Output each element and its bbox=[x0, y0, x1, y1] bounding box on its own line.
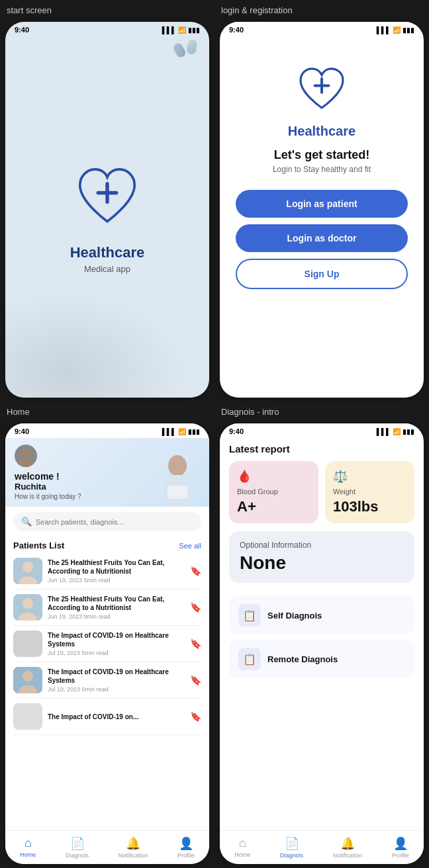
signal-icon: ▌▌▌ bbox=[162, 26, 176, 34]
start-screen-quadrant: start screen 9:40 ▌▌▌ 📶 ▮▮▮ Healthcare M… bbox=[0, 0, 215, 402]
bookmark-outline-icon[interactable]: 🔖 bbox=[190, 711, 201, 722]
profile-nav-icon: 👤 bbox=[179, 836, 193, 851]
list-item: The Impact of COVID-19 on... 🔖 bbox=[13, 699, 201, 735]
battery-icon: ▮▮▮ bbox=[188, 428, 200, 435]
nav-profile[interactable]: 👤 Profile bbox=[392, 836, 409, 859]
self-diagnois-item[interactable]: 📋 Self Diagnois bbox=[229, 596, 414, 634]
home-status-time: 9:40 bbox=[15, 427, 29, 435]
home-nav-icon: ⌂ bbox=[24, 836, 32, 850]
diagnois-status-time: 9:40 bbox=[229, 427, 244, 435]
diagnois-nav-icon: 📄 bbox=[70, 836, 85, 851]
login-status-time: 9:40 bbox=[229, 26, 244, 34]
nav-profile-label: Profile bbox=[392, 852, 409, 859]
nav-home[interactable]: ⌂ Home bbox=[20, 836, 36, 859]
home-bottom-nav: ⌂ Home 📄 Diagnois 🔔 Notification 👤 Profi… bbox=[5, 830, 209, 864]
diagnois-screen-phone: 9:40 ▌▌▌ 📶 ▮▮▮ Latest report 🩸 Blood Gro… bbox=[220, 423, 424, 864]
start-heart-logo bbox=[71, 161, 144, 234]
list-item: The Impact of COVID-19 on Healthcare Sys… bbox=[13, 662, 201, 699]
nav-notification[interactable]: 🔔 Notification bbox=[333, 836, 363, 859]
diagnois-screen-label: Diagnois - intro bbox=[215, 402, 429, 419]
start-status-bar: 9:40 ▌▌▌ 📶 ▮▮▮ bbox=[5, 22, 209, 36]
patient-name: The 25 Healthiest Fruits You Can Eat, Ac… bbox=[48, 595, 185, 612]
nav-notification[interactable]: 🔔 Notification bbox=[119, 836, 148, 859]
weight-value: 103lbs bbox=[333, 498, 406, 515]
patient-name: The Impact of COVID-19 on Healthcare Sys… bbox=[48, 668, 185, 685]
signal-icon: ▌▌▌ bbox=[162, 428, 176, 435]
weight-card: ⚖️ Weight 103lbs bbox=[325, 461, 414, 523]
search-input[interactable] bbox=[36, 518, 193, 526]
signup-button[interactable]: Sign Up bbox=[236, 259, 408, 289]
signal-icon: ▌▌▌ bbox=[377, 26, 391, 34]
wifi-icon: 📶 bbox=[178, 428, 186, 435]
home-screen-label: Home bbox=[0, 402, 215, 419]
svg-rect-8 bbox=[167, 486, 187, 499]
diagnois-screen-quadrant: Diagnois - intro 9:40 ▌▌▌ 📶 ▮▮▮ Latest r… bbox=[215, 402, 429, 868]
patient-info: The Impact of COVID-19 on Healthcare Sys… bbox=[48, 668, 185, 693]
signal-icon: ▌▌▌ bbox=[377, 428, 391, 435]
optional-value: None bbox=[240, 552, 404, 574]
patient-meta: Jul 10, 2023 5min read bbox=[48, 650, 185, 656]
login-doctor-button[interactable]: Login as doctor bbox=[236, 224, 408, 252]
patient-info: The 25 Healthiest Fruits You Can Eat, Ac… bbox=[48, 558, 185, 584]
search-icon: 🔍 bbox=[21, 517, 32, 527]
battery-icon: ▮▮▮ bbox=[188, 26, 200, 34]
nav-diagnois[interactable]: 📄 Diagnois bbox=[280, 836, 303, 859]
battery-icon: ▮▮▮ bbox=[403, 26, 414, 34]
diagnois-content: Latest report 🩸 Blood Group A+ ⚖️ Weight… bbox=[220, 438, 424, 830]
nav-profile[interactable]: 👤 Profile bbox=[177, 836, 195, 859]
login-screen-phone: 9:40 ▌▌▌ 📶 ▮▮▮ Healthcare Let's get star… bbox=[220, 22, 424, 398]
list-item: The 25 Healthiest Fruits You Can Eat, Ac… bbox=[13, 589, 201, 626]
list-item: The Impact of COVID-19 on Healthcare Sys… bbox=[13, 626, 201, 662]
wifi-icon: 📶 bbox=[393, 428, 401, 435]
doctor-figure bbox=[153, 454, 203, 507]
greeting-text: How is it going today ? bbox=[15, 493, 81, 500]
nav-diagnois[interactable]: 📄 Diagnois bbox=[66, 836, 89, 859]
login-app-title: Healthcare bbox=[288, 124, 356, 139]
home-nav-icon: ⌂ bbox=[239, 836, 246, 850]
profile-nav-icon: 👤 bbox=[393, 836, 408, 851]
latest-report-title: Latest report bbox=[229, 443, 414, 455]
patient-info: The Impact of COVID-19 on Healthcare Sys… bbox=[48, 631, 185, 656]
diagnois-nav-icon: 📄 bbox=[285, 836, 299, 851]
patient-thumb bbox=[13, 667, 42, 693]
bookmark-outline-icon[interactable]: 🔖 bbox=[190, 675, 201, 685]
bookmark-icon[interactable]: 🔖 bbox=[190, 566, 201, 576]
nav-notification-label: Notification bbox=[119, 852, 148, 859]
svg-point-4 bbox=[21, 449, 30, 458]
nav-home[interactable]: ⌂ Home bbox=[234, 836, 250, 859]
login-heading: Let's get started! bbox=[274, 148, 369, 162]
home-status-bar: 9:40 ▌▌▌ 📶 ▮▮▮ bbox=[5, 423, 209, 438]
nav-diagnois-label: Diagnois bbox=[280, 852, 303, 859]
home-content: welcome ! Ruchita How is it going today … bbox=[5, 438, 209, 864]
home-screen-quadrant: Home 9:40 ▌▌▌ 📶 ▮▮▮ welcome ! Ruchita Ho… bbox=[0, 402, 215, 868]
diagnois-bottom-nav: ⌂ Home 📄 Diagnois 🔔 Notification 👤 Profi… bbox=[220, 830, 424, 864]
patients-list-title: Patients List bbox=[13, 541, 64, 550]
patient-meta: Jul 10, 2023 5min read bbox=[48, 686, 185, 693]
remote-diagnois-label: Remote Diagnois bbox=[267, 654, 338, 664]
stethoscope-decoration bbox=[5, 279, 209, 398]
patient-info: The 25 Healthiest Fruits You Can Eat, Ac… bbox=[48, 595, 185, 620]
see-all-link[interactable]: See all bbox=[179, 542, 201, 550]
pills-decoration bbox=[175, 43, 196, 58]
weight-label: Weight bbox=[333, 488, 406, 496]
search-bar[interactable]: 🔍 bbox=[13, 512, 201, 531]
diagnois-status-bar: 9:40 ▌▌▌ 📶 ▮▮▮ bbox=[220, 423, 424, 438]
nav-profile-label: Profile bbox=[177, 852, 195, 859]
pill-2 bbox=[186, 39, 198, 55]
remote-diagnois-item[interactable]: 📋 Remote Diagnois bbox=[229, 640, 414, 678]
bookmark-outline-icon[interactable]: 🔖 bbox=[190, 638, 201, 649]
blood-group-value: A+ bbox=[237, 498, 310, 515]
patients-header: Patients List See all bbox=[5, 537, 209, 553]
notification-nav-icon: 🔔 bbox=[126, 836, 140, 851]
self-diagnois-label: Self Diagnois bbox=[267, 611, 322, 621]
patient-meta: Jun 19, 2023 5min read bbox=[48, 577, 185, 584]
patient-name: The Impact of COVID-19 on Healthcare Sys… bbox=[48, 631, 185, 648]
notification-nav-icon: 🔔 bbox=[340, 836, 355, 851]
bookmark-icon[interactable]: 🔖 bbox=[190, 602, 201, 613]
nav-home-label: Home bbox=[234, 851, 250, 858]
login-patient-button[interactable]: Login as patient bbox=[236, 190, 408, 218]
battery-icon: ▮▮▮ bbox=[403, 428, 414, 435]
home-header-left: welcome ! Ruchita How is it going today … bbox=[15, 445, 81, 500]
login-status-bar: 9:40 ▌▌▌ 📶 ▮▮▮ bbox=[220, 22, 424, 36]
diagnois-action-list: 📋 Self Diagnois 📋 Remote Diagnois bbox=[229, 596, 414, 678]
